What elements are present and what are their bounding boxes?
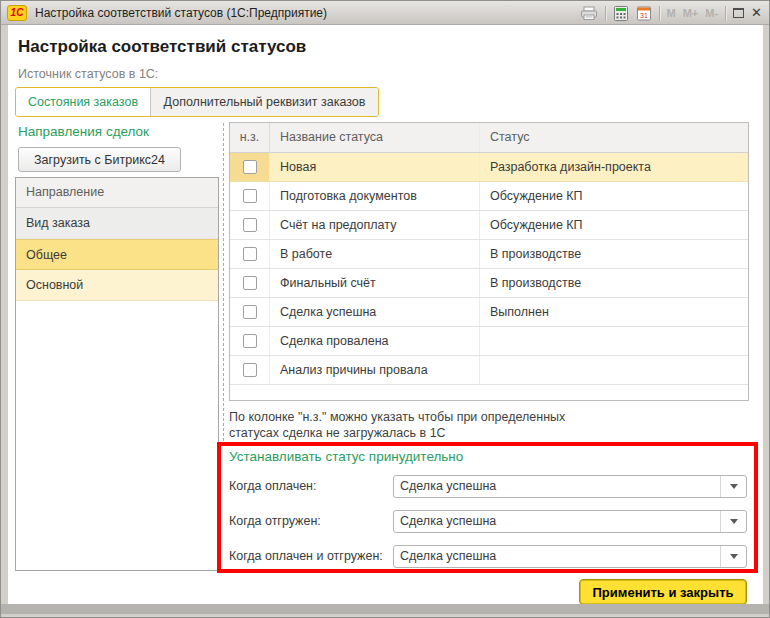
chevron-down-icon[interactable] [720, 476, 746, 497]
toolbar-separator [725, 6, 726, 21]
status-value-cell [480, 356, 748, 384]
apply-and-close-button[interactable]: Применить и закрыть [579, 579, 747, 605]
app-window: 1С Настройка соответствий статусов (1С:П… [0, 0, 770, 618]
nz-checkbox[interactable] [243, 363, 257, 377]
nz-checkbox[interactable] [243, 276, 257, 290]
status-dropdown[interactable]: Сделка успешна [393, 475, 747, 498]
force-status-row: Когда оплачен: Сделка успешна [229, 475, 749, 498]
toolbar-separator [659, 6, 660, 21]
status-dropdown[interactable]: Сделка успешна [393, 510, 747, 533]
force-status-fields: Когда оплачен: Сделка успешна Когда отгр… [229, 475, 749, 580]
status-name-cell: Подготовка документов [270, 182, 480, 210]
nz-checkbox[interactable] [243, 247, 257, 261]
direction-row[interactable]: Основной [16, 270, 218, 301]
direction-row[interactable]: Общее [16, 239, 218, 270]
memory-plus-button[interactable]: M+ [683, 7, 699, 19]
load-from-bitrix24-button[interactable]: Загрузить с Битрикс24 [18, 147, 181, 172]
status-row[interactable]: Счёт на предоплату Обсуждение КП [230, 211, 748, 240]
source-tab-group: Состояния заказов Дополнительный реквизи… [15, 87, 379, 117]
status-value-cell: В производстве [480, 240, 748, 268]
chevron-down-icon[interactable] [720, 546, 746, 567]
status-name-cell: В работе [270, 240, 480, 268]
svg-text:31: 31 [640, 11, 648, 18]
status-value-cell: В производстве [480, 269, 748, 297]
directions-column-header: Направление [16, 178, 218, 208]
memory-recall-button[interactable]: M [667, 7, 676, 19]
source-label: Источник статусов в 1С: [18, 67, 158, 81]
directions-rows: Вид заказа Общее Основной [16, 208, 218, 301]
force-status-label: Когда оплачен и отгружен: [229, 549, 383, 563]
force-status-row: Когда отгружен: Сделка успешна [229, 510, 749, 533]
memory-minus-button[interactable]: M- [705, 7, 718, 19]
status-row[interactable]: Финальный счёт В производстве [230, 269, 748, 298]
status-name-cell: Сделка провалена [270, 327, 480, 355]
nz-checkbox[interactable] [243, 334, 257, 348]
force-status-box: Устанавливать статус принудительно Когда… [217, 442, 758, 573]
status-row[interactable]: В работе В производстве [230, 240, 748, 269]
status-value-cell: Обсуждение КП [480, 182, 748, 210]
direction-row[interactable]: Вид заказа [16, 208, 218, 239]
status-name-cell: Анализ причины провала [270, 356, 480, 384]
titlebar[interactable]: 1С Настройка соответствий статусов (1С:П… [1, 1, 769, 25]
close-button[interactable]: ✕ [751, 1, 762, 25]
tab-additional-attribute[interactable]: Дополнительный реквизит заказов [151, 88, 378, 116]
status-table: н.з. Название статуса Статус Новая Разра… [229, 122, 749, 401]
status-row[interactable]: Сделка успешна Выполнен [230, 298, 748, 327]
force-status-label: Когда оплачен: [229, 479, 316, 493]
status-name-cell: Финальный счёт [270, 269, 480, 297]
nz-checkbox[interactable] [243, 189, 257, 203]
status-value-cell: Разработка дизайн-проекта [480, 153, 748, 181]
maximize-button[interactable] [733, 8, 744, 18]
tab-order-states[interactable]: Состояния заказов [16, 88, 151, 116]
force-status-title: Устанавливать статус принудительно [229, 449, 463, 464]
status-table-header: н.з. Название статуса Статус [230, 123, 748, 153]
nz-checkbox[interactable] [243, 305, 257, 319]
status-dropdown[interactable]: Сделка успешна [393, 545, 747, 568]
status-row[interactable]: Сделка провалена [230, 327, 748, 356]
status-row[interactable]: Новая Разработка дизайн-проекта [230, 153, 748, 182]
titlebar-controls: 31 M M+ M- ✕ [580, 1, 763, 25]
status-value-cell [480, 327, 748, 355]
directions-title: Направления сделок [18, 124, 149, 139]
directions-list: Направление Вид заказа Общее Основной [15, 177, 219, 571]
status-value-cell: Выполнен [480, 298, 748, 326]
1c-logo-icon: 1С [7, 5, 27, 21]
form-content: Настройка соответствий статусов Источник… [8, 25, 763, 604]
column-header-status-name[interactable]: Название статуса [270, 123, 480, 152]
nz-note-line1: По колонке "н.з." можно указать чтобы пр… [229, 409, 565, 425]
status-dropdown-value: Сделка успешна [400, 476, 718, 497]
toolbar-separator [605, 6, 606, 21]
status-table-body: Новая Разработка дизайн-проекта Подготов… [230, 153, 748, 400]
status-row[interactable]: Анализ причины провала [230, 356, 748, 385]
window-frame-bottom [1, 604, 769, 614]
force-status-row: Когда оплачен и отгружен: Сделка успешна [229, 545, 749, 568]
status-name-cell: Счёт на предоплату [270, 211, 480, 239]
status-row[interactable]: Подготовка документов Обсуждение КП [230, 182, 748, 211]
nz-checkbox[interactable] [243, 218, 257, 232]
calculator-icon[interactable] [613, 6, 629, 21]
calendar-icon[interactable]: 31 [636, 6, 652, 21]
status-value-cell: Обсуждение КП [480, 211, 748, 239]
window-title: Настройка соответствий статусов (1С:Пред… [35, 1, 327, 25]
force-status-label: Когда отгружен: [229, 514, 321, 528]
column-header-status[interactable]: Статус [480, 123, 748, 152]
nz-note: По колонке "н.з." можно указать чтобы пр… [229, 409, 565, 441]
printer-icon[interactable] [580, 6, 598, 21]
nz-note-line2: статусах сделка не загружалась в 1С [229, 425, 565, 441]
status-name-cell: Новая [270, 153, 480, 181]
status-dropdown-value: Сделка успешна [400, 511, 718, 532]
status-name-cell: Сделка успешна [270, 298, 480, 326]
status-dropdown-value: Сделка успешна [400, 546, 718, 567]
chevron-down-icon[interactable] [720, 511, 746, 532]
nz-checkbox[interactable] [243, 160, 257, 174]
page-title: Настройка соответствий статусов [18, 37, 306, 57]
column-header-nz[interactable]: н.з. [230, 123, 270, 152]
